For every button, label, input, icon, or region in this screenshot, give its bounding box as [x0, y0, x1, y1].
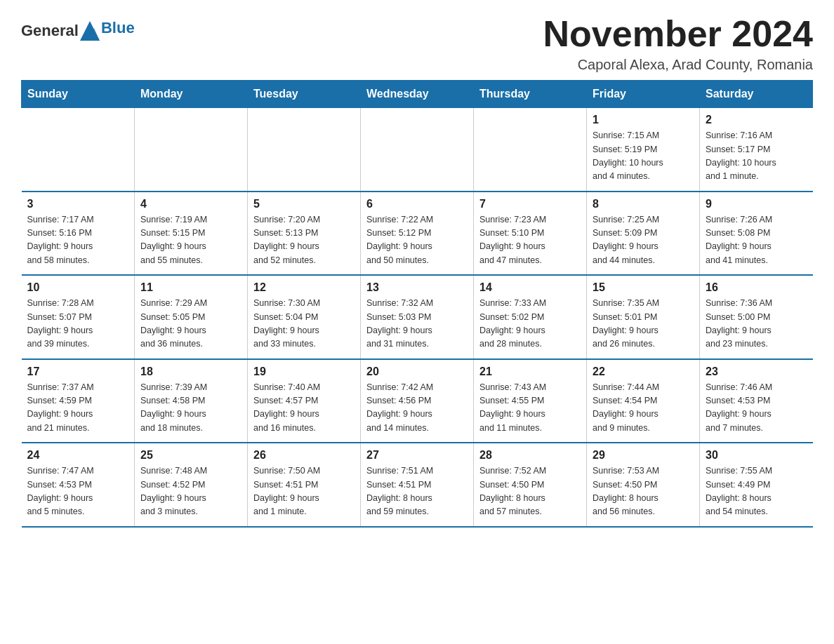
logo-blue-text: Blue: [101, 19, 135, 37]
day-info: Sunrise: 7:15 AM Sunset: 5:19 PM Dayligh…: [593, 129, 694, 184]
day-info: Sunrise: 7:37 AM Sunset: 4:59 PM Dayligh…: [27, 381, 129, 436]
calendar-week-4: 17Sunrise: 7:37 AM Sunset: 4:59 PM Dayli…: [22, 359, 813, 443]
calendar-body: 1Sunrise: 7:15 AM Sunset: 5:19 PM Daylig…: [22, 108, 813, 527]
day-number: 7: [479, 198, 581, 210]
title-area: November 2024 Caporal Alexa, Arad County…: [543, 14, 813, 73]
day-info: Sunrise: 7:50 AM Sunset: 4:51 PM Dayligh…: [253, 464, 355, 519]
day-info: Sunrise: 7:19 AM Sunset: 5:15 PM Dayligh…: [140, 213, 241, 268]
day-info: Sunrise: 7:28 AM Sunset: 5:07 PM Dayligh…: [27, 297, 129, 351]
day-number: 28: [479, 449, 581, 462]
day-info: Sunrise: 7:29 AM Sunset: 5:05 PM Dayligh…: [140, 297, 241, 351]
calendar-cell: 19Sunrise: 7:40 AM Sunset: 4:57 PM Dayli…: [248, 359, 361, 443]
day-info: Sunrise: 7:42 AM Sunset: 4:56 PM Dayligh…: [366, 381, 468, 436]
weekday-header-thursday: Thursday: [474, 81, 587, 108]
calendar-cell: 14Sunrise: 7:33 AM Sunset: 5:02 PM Dayli…: [474, 275, 587, 359]
day-number: 5: [253, 198, 355, 210]
day-number: 26: [253, 449, 355, 462]
day-number: 23: [706, 365, 807, 378]
calendar-cell: 15Sunrise: 7:35 AM Sunset: 5:01 PM Dayli…: [587, 275, 700, 359]
weekday-header-friday: Friday: [587, 81, 700, 108]
calendar-cell: [474, 108, 587, 192]
calendar-cell: 11Sunrise: 7:29 AM Sunset: 5:05 PM Dayli…: [135, 275, 248, 359]
day-number: 10: [27, 281, 129, 294]
calendar-cell: [22, 108, 135, 192]
calendar-cell: [135, 108, 248, 192]
calendar-cell: 26Sunrise: 7:50 AM Sunset: 4:51 PM Dayli…: [248, 443, 361, 527]
day-number: 25: [140, 449, 241, 462]
page-header: General Blue November 2024 Caporal Alexa…: [21, 14, 813, 73]
calendar-cell: 22Sunrise: 7:44 AM Sunset: 4:54 PM Dayli…: [587, 359, 700, 443]
weekday-header-saturday: Saturday: [700, 81, 813, 108]
calendar-cell: 6Sunrise: 7:22 AM Sunset: 5:12 PM Daylig…: [361, 192, 474, 276]
calendar-table: SundayMondayTuesdayWednesdayThursdayFrid…: [21, 80, 813, 528]
day-number: 27: [366, 449, 468, 462]
day-number: 16: [706, 281, 807, 294]
day-number: 2: [706, 114, 807, 126]
day-info: Sunrise: 7:20 AM Sunset: 5:13 PM Dayligh…: [253, 213, 355, 268]
day-number: 24: [27, 449, 129, 462]
day-number: 9: [706, 198, 807, 210]
day-number: 3: [27, 198, 129, 210]
day-number: 12: [253, 281, 355, 294]
calendar-header: SundayMondayTuesdayWednesdayThursdayFrid…: [22, 81, 813, 108]
day-number: 18: [140, 365, 241, 378]
day-info: Sunrise: 7:40 AM Sunset: 4:57 PM Dayligh…: [253, 381, 355, 436]
calendar-week-2: 3Sunrise: 7:17 AM Sunset: 5:16 PM Daylig…: [22, 192, 813, 276]
day-number: 6: [366, 198, 468, 210]
calendar-cell: 5Sunrise: 7:20 AM Sunset: 5:13 PM Daylig…: [248, 192, 361, 276]
day-number: 4: [140, 198, 241, 210]
day-info: Sunrise: 7:22 AM Sunset: 5:12 PM Dayligh…: [366, 213, 468, 268]
calendar-cell: 3Sunrise: 7:17 AM Sunset: 5:16 PM Daylig…: [22, 192, 135, 276]
calendar-cell: 25Sunrise: 7:48 AM Sunset: 4:52 PM Dayli…: [135, 443, 248, 527]
day-number: 8: [593, 198, 694, 210]
day-number: 13: [366, 281, 468, 294]
calendar-cell: 2Sunrise: 7:16 AM Sunset: 5:17 PM Daylig…: [700, 108, 813, 192]
calendar-cell: 30Sunrise: 7:55 AM Sunset: 4:49 PM Dayli…: [700, 443, 813, 527]
day-number: 1: [593, 114, 694, 126]
day-info: Sunrise: 7:39 AM Sunset: 4:58 PM Dayligh…: [140, 381, 241, 436]
month-title: November 2024: [543, 14, 813, 54]
weekday-header-monday: Monday: [135, 81, 248, 108]
day-info: Sunrise: 7:26 AM Sunset: 5:08 PM Dayligh…: [706, 213, 807, 268]
calendar-cell: 16Sunrise: 7:36 AM Sunset: 5:00 PM Dayli…: [700, 275, 813, 359]
calendar-cell: 27Sunrise: 7:51 AM Sunset: 4:51 PM Dayli…: [361, 443, 474, 527]
day-number: 22: [593, 365, 694, 378]
day-info: Sunrise: 7:43 AM Sunset: 4:55 PM Dayligh…: [479, 381, 581, 436]
weekday-header-wednesday: Wednesday: [361, 81, 474, 108]
calendar-cell: 28Sunrise: 7:52 AM Sunset: 4:50 PM Dayli…: [474, 443, 587, 527]
calendar-cell: [248, 108, 361, 192]
calendar-cell: 20Sunrise: 7:42 AM Sunset: 4:56 PM Dayli…: [361, 359, 474, 443]
day-info: Sunrise: 7:44 AM Sunset: 4:54 PM Dayligh…: [593, 381, 694, 436]
day-info: Sunrise: 7:17 AM Sunset: 5:16 PM Dayligh…: [27, 213, 129, 268]
calendar-cell: 29Sunrise: 7:53 AM Sunset: 4:50 PM Dayli…: [587, 443, 700, 527]
day-number: 15: [593, 281, 694, 294]
day-info: Sunrise: 7:25 AM Sunset: 5:09 PM Dayligh…: [593, 213, 694, 268]
day-info: Sunrise: 7:47 AM Sunset: 4:53 PM Dayligh…: [27, 464, 129, 519]
calendar-cell: 4Sunrise: 7:19 AM Sunset: 5:15 PM Daylig…: [135, 192, 248, 276]
day-number: 20: [366, 365, 468, 378]
day-info: Sunrise: 7:55 AM Sunset: 4:49 PM Dayligh…: [706, 464, 807, 519]
day-number: 14: [479, 281, 581, 294]
calendar-week-5: 24Sunrise: 7:47 AM Sunset: 4:53 PM Dayli…: [22, 443, 813, 527]
day-info: Sunrise: 7:46 AM Sunset: 4:53 PM Dayligh…: [706, 381, 807, 436]
logo: General Blue: [21, 21, 135, 41]
day-info: Sunrise: 7:53 AM Sunset: 4:50 PM Dayligh…: [593, 464, 694, 519]
calendar-cell: 1Sunrise: 7:15 AM Sunset: 5:19 PM Daylig…: [587, 108, 700, 192]
day-info: Sunrise: 7:23 AM Sunset: 5:10 PM Dayligh…: [479, 213, 581, 268]
day-number: 29: [593, 449, 694, 462]
calendar-cell: 9Sunrise: 7:26 AM Sunset: 5:08 PM Daylig…: [700, 192, 813, 276]
calendar-cell: 10Sunrise: 7:28 AM Sunset: 5:07 PM Dayli…: [22, 275, 135, 359]
calendar-cell: 21Sunrise: 7:43 AM Sunset: 4:55 PM Dayli…: [474, 359, 587, 443]
calendar-week-1: 1Sunrise: 7:15 AM Sunset: 5:19 PM Daylig…: [22, 108, 813, 192]
day-number: 11: [140, 281, 241, 294]
day-number: 19: [253, 365, 355, 378]
calendar-cell: 18Sunrise: 7:39 AM Sunset: 4:58 PM Dayli…: [135, 359, 248, 443]
day-info: Sunrise: 7:36 AM Sunset: 5:00 PM Dayligh…: [706, 297, 807, 351]
calendar-cell: [361, 108, 474, 192]
calendar-cell: 8Sunrise: 7:25 AM Sunset: 5:09 PM Daylig…: [587, 192, 700, 276]
day-number: 30: [706, 449, 807, 462]
weekday-header-tuesday: Tuesday: [248, 81, 361, 108]
day-info: Sunrise: 7:51 AM Sunset: 4:51 PM Dayligh…: [366, 464, 468, 519]
day-info: Sunrise: 7:16 AM Sunset: 5:17 PM Dayligh…: [706, 129, 807, 184]
calendar-cell: 17Sunrise: 7:37 AM Sunset: 4:59 PM Dayli…: [22, 359, 135, 443]
